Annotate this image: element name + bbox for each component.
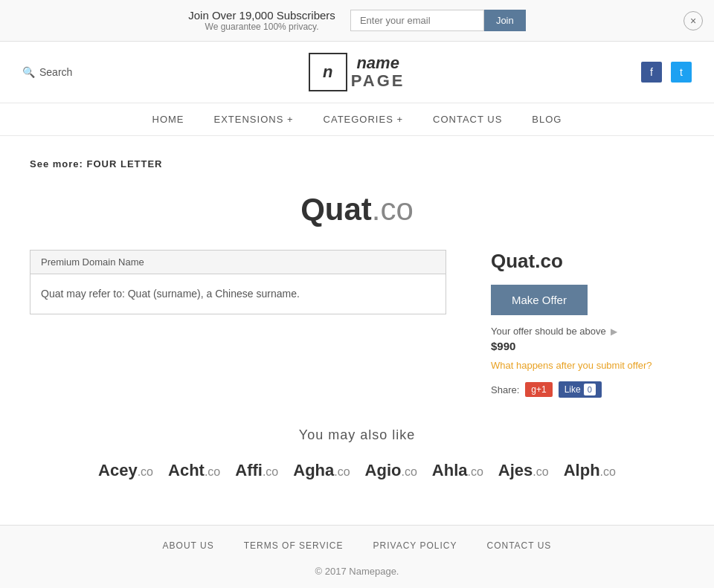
copy-prefix: © 2017 <box>315 566 347 577</box>
see-more-prefix: See more: <box>30 158 83 169</box>
footer-nav: ABOUT US TERMS OF SERVICE PRIVACY POLICY… <box>0 526 714 566</box>
offer-link[interactable]: What happens after you submit offer? <box>491 360 684 371</box>
banner-main: Join Over 19,000 Subscribers <box>188 9 335 22</box>
banner-sub: We guarantee 100% privacy. <box>188 22 335 32</box>
share-row: Share: g+1 Like 0 <box>491 381 684 398</box>
header: 🔍 Search n name PAGE f t <box>0 42 714 103</box>
facebook-like-button[interactable]: Like 0 <box>559 381 602 398</box>
also-like-item-2[interactable]: Affi.co <box>235 461 278 480</box>
also-like-section: You may also like Acey.co Acht.co Affi.c… <box>30 427 684 480</box>
offer-amount: $990 <box>491 340 684 352</box>
domain-ext-part: .co <box>372 192 414 227</box>
make-offer-button[interactable]: Make Offer <box>491 285 588 315</box>
facebook-icon[interactable]: f <box>641 62 662 83</box>
nav-home[interactable]: HOME <box>152 114 184 125</box>
offer-min-text: Your offer should be above ▶ <box>491 326 684 337</box>
footer-about[interactable]: ABOUT US <box>163 540 214 551</box>
content-area: Premium Domain Name Quat may refer to: Q… <box>30 250 684 398</box>
share-label: Share: <box>491 384 519 395</box>
footer: ABOUT US TERMS OF SERVICE PRIVACY POLICY… <box>0 525 714 588</box>
nav-blog[interactable]: BLOG <box>532 114 562 125</box>
also-like-item-0[interactable]: Acey.co <box>98 461 153 480</box>
logo-name: name <box>351 54 405 72</box>
fb-like-label: Like <box>565 384 581 395</box>
search-icon: 🔍 <box>22 66 35 78</box>
also-like-grid: Acey.co Acht.co Affi.co Agha.co Agio.co … <box>30 461 684 480</box>
domain-name-large: Quat.co <box>30 192 684 227</box>
info-box-body: Quat may refer to: Quat (surname), a Chi… <box>30 274 446 314</box>
logo-text: name PAGE <box>351 54 405 90</box>
left-panel: Premium Domain Name Quat may refer to: Q… <box>30 250 446 398</box>
footer-privacy[interactable]: PRIVACY POLICY <box>373 540 457 551</box>
also-like-title: You may also like <box>30 427 684 443</box>
logo-icon: n <box>309 53 347 91</box>
search-label: Search <box>39 66 72 78</box>
email-input[interactable] <box>350 10 484 31</box>
fb-count: 0 <box>584 384 596 395</box>
nav-categories[interactable]: CATEGORIES + <box>324 114 403 125</box>
also-like-item-5[interactable]: Ahla.co <box>432 461 483 480</box>
footer-copyright: © 2017 Namepage. <box>0 566 714 588</box>
twitter-icon[interactable]: t <box>671 62 692 83</box>
join-button[interactable]: Join <box>484 10 526 31</box>
domain-display: Quat.co <box>30 192 684 227</box>
banner-text: Join Over 19,000 Subscribers We guarante… <box>188 9 335 32</box>
main-content: See more: FOUR LETTER Quat.co Premium Do… <box>0 136 714 503</box>
banner-form: Join <box>350 10 526 31</box>
site-logo[interactable]: n name PAGE <box>309 53 405 91</box>
nav-contact[interactable]: CONTACT US <box>433 114 502 125</box>
also-like-item-1[interactable]: Acht.co <box>168 461 220 480</box>
also-like-item-3[interactable]: Agha.co <box>293 461 350 480</box>
also-like-item-4[interactable]: Agio.co <box>365 461 417 480</box>
nav-extensions[interactable]: EXTENSIONS + <box>214 114 294 125</box>
also-like-item-7[interactable]: Alph.co <box>564 461 616 480</box>
gplus-button[interactable]: g+1 <box>525 382 552 397</box>
search-trigger[interactable]: 🔍 Search <box>22 66 72 78</box>
see-more-highlight[interactable]: FOUR LETTER <box>87 158 163 169</box>
info-box: Premium Domain Name Quat may refer to: Q… <box>30 250 446 314</box>
domain-name-part: Quat <box>300 192 372 227</box>
info-box-header: Premium Domain Name <box>30 251 446 274</box>
main-nav: HOME EXTENSIONS + CATEGORIES + CONTACT U… <box>0 103 714 136</box>
arrow-icon: ▶ <box>611 326 617 337</box>
see-more: See more: FOUR LETTER <box>30 158 684 169</box>
social-links: f t <box>641 62 692 83</box>
domain-title: Quat.co <box>491 250 684 273</box>
right-panel: Quat.co Make Offer Your offer should be … <box>491 250 684 398</box>
top-banner: Join Over 19,000 Subscribers We guarante… <box>0 0 714 42</box>
footer-terms[interactable]: TERMS OF SERVICE <box>244 540 344 551</box>
footer-contact[interactable]: CONTACT US <box>486 540 551 551</box>
copy-brand[interactable]: Namepage. <box>349 566 399 577</box>
logo-page: PAGE <box>351 72 405 90</box>
also-like-item-6[interactable]: Ajes.co <box>498 461 549 480</box>
close-button[interactable]: × <box>684 11 703 30</box>
